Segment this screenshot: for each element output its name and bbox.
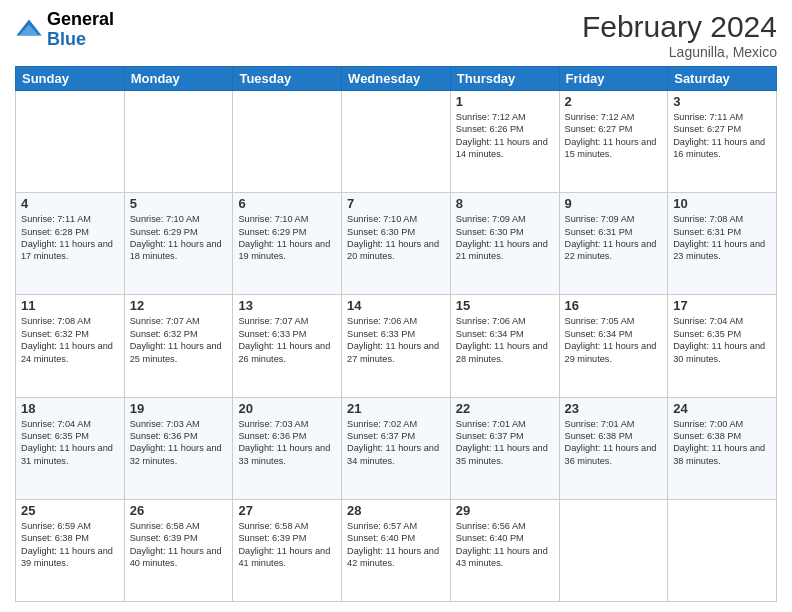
day-info: Sunrise: 7:10 AM Sunset: 6:29 PM Dayligh…: [130, 213, 228, 263]
day-info: Sunrise: 6:57 AM Sunset: 6:40 PM Dayligh…: [347, 520, 445, 570]
calendar-cell: [668, 499, 777, 601]
calendar-cell: 7Sunrise: 7:10 AM Sunset: 6:30 PM Daylig…: [342, 193, 451, 295]
col-monday: Monday: [124, 67, 233, 91]
day-info: Sunrise: 6:56 AM Sunset: 6:40 PM Dayligh…: [456, 520, 554, 570]
col-wednesday: Wednesday: [342, 67, 451, 91]
calendar-cell: 25Sunrise: 6:59 AM Sunset: 6:38 PM Dayli…: [16, 499, 125, 601]
day-number: 28: [347, 503, 445, 518]
day-info: Sunrise: 7:12 AM Sunset: 6:27 PM Dayligh…: [565, 111, 663, 161]
calendar-cell: 16Sunrise: 7:05 AM Sunset: 6:34 PM Dayli…: [559, 295, 668, 397]
calendar-cell: 1Sunrise: 7:12 AM Sunset: 6:26 PM Daylig…: [450, 91, 559, 193]
day-info: Sunrise: 7:02 AM Sunset: 6:37 PM Dayligh…: [347, 418, 445, 468]
calendar-week-3: 11Sunrise: 7:08 AM Sunset: 6:32 PM Dayli…: [16, 295, 777, 397]
logo-icon: [15, 16, 43, 44]
day-number: 26: [130, 503, 228, 518]
day-number: 19: [130, 401, 228, 416]
day-number: 2: [565, 94, 663, 109]
day-info: Sunrise: 7:04 AM Sunset: 6:35 PM Dayligh…: [673, 315, 771, 365]
day-info: Sunrise: 7:01 AM Sunset: 6:37 PM Dayligh…: [456, 418, 554, 468]
calendar-cell: 28Sunrise: 6:57 AM Sunset: 6:40 PM Dayli…: [342, 499, 451, 601]
day-info: Sunrise: 7:08 AM Sunset: 6:32 PM Dayligh…: [21, 315, 119, 365]
title-block: February 2024 Lagunilla, Mexico: [582, 10, 777, 60]
day-info: Sunrise: 7:04 AM Sunset: 6:35 PM Dayligh…: [21, 418, 119, 468]
calendar-cell: 17Sunrise: 7:04 AM Sunset: 6:35 PM Dayli…: [668, 295, 777, 397]
day-info: Sunrise: 6:58 AM Sunset: 6:39 PM Dayligh…: [130, 520, 228, 570]
day-number: 11: [21, 298, 119, 313]
calendar-header-row: Sunday Monday Tuesday Wednesday Thursday…: [16, 67, 777, 91]
calendar-cell: 14Sunrise: 7:06 AM Sunset: 6:33 PM Dayli…: [342, 295, 451, 397]
calendar-cell: 4Sunrise: 7:11 AM Sunset: 6:28 PM Daylig…: [16, 193, 125, 295]
calendar-cell: 21Sunrise: 7:02 AM Sunset: 6:37 PM Dayli…: [342, 397, 451, 499]
day-number: 5: [130, 196, 228, 211]
day-info: Sunrise: 7:00 AM Sunset: 6:38 PM Dayligh…: [673, 418, 771, 468]
calendar-cell: 10Sunrise: 7:08 AM Sunset: 6:31 PM Dayli…: [668, 193, 777, 295]
day-number: 1: [456, 94, 554, 109]
day-number: 23: [565, 401, 663, 416]
calendar-cell: 29Sunrise: 6:56 AM Sunset: 6:40 PM Dayli…: [450, 499, 559, 601]
day-info: Sunrise: 7:08 AM Sunset: 6:31 PM Dayligh…: [673, 213, 771, 263]
location: Lagunilla, Mexico: [582, 44, 777, 60]
calendar-week-2: 4Sunrise: 7:11 AM Sunset: 6:28 PM Daylig…: [16, 193, 777, 295]
day-info: Sunrise: 7:12 AM Sunset: 6:26 PM Dayligh…: [456, 111, 554, 161]
day-number: 9: [565, 196, 663, 211]
day-number: 14: [347, 298, 445, 313]
calendar-cell: 6Sunrise: 7:10 AM Sunset: 6:29 PM Daylig…: [233, 193, 342, 295]
calendar-cell: 19Sunrise: 7:03 AM Sunset: 6:36 PM Dayli…: [124, 397, 233, 499]
calendar-cell: [124, 91, 233, 193]
day-info: Sunrise: 7:07 AM Sunset: 6:33 PM Dayligh…: [238, 315, 336, 365]
day-info: Sunrise: 6:58 AM Sunset: 6:39 PM Dayligh…: [238, 520, 336, 570]
calendar-cell: 26Sunrise: 6:58 AM Sunset: 6:39 PM Dayli…: [124, 499, 233, 601]
calendar-cell: 13Sunrise: 7:07 AM Sunset: 6:33 PM Dayli…: [233, 295, 342, 397]
day-number: 10: [673, 196, 771, 211]
day-number: 6: [238, 196, 336, 211]
calendar-cell: 5Sunrise: 7:10 AM Sunset: 6:29 PM Daylig…: [124, 193, 233, 295]
calendar-cell: 27Sunrise: 6:58 AM Sunset: 6:39 PM Dayli…: [233, 499, 342, 601]
logo-text: General Blue: [47, 10, 114, 50]
day-number: 21: [347, 401, 445, 416]
day-info: Sunrise: 7:09 AM Sunset: 6:31 PM Dayligh…: [565, 213, 663, 263]
header: General Blue February 2024 Lagunilla, Me…: [15, 10, 777, 60]
day-info: Sunrise: 7:10 AM Sunset: 6:29 PM Dayligh…: [238, 213, 336, 263]
day-number: 29: [456, 503, 554, 518]
day-number: 4: [21, 196, 119, 211]
day-number: 13: [238, 298, 336, 313]
calendar-cell: [342, 91, 451, 193]
month-title: February 2024: [582, 10, 777, 44]
calendar-cell: 20Sunrise: 7:03 AM Sunset: 6:36 PM Dayli…: [233, 397, 342, 499]
day-info: Sunrise: 7:06 AM Sunset: 6:33 PM Dayligh…: [347, 315, 445, 365]
calendar-week-5: 25Sunrise: 6:59 AM Sunset: 6:38 PM Dayli…: [16, 499, 777, 601]
day-info: Sunrise: 7:06 AM Sunset: 6:34 PM Dayligh…: [456, 315, 554, 365]
col-saturday: Saturday: [668, 67, 777, 91]
day-info: Sunrise: 7:11 AM Sunset: 6:27 PM Dayligh…: [673, 111, 771, 161]
col-thursday: Thursday: [450, 67, 559, 91]
day-number: 25: [21, 503, 119, 518]
calendar-week-4: 18Sunrise: 7:04 AM Sunset: 6:35 PM Dayli…: [16, 397, 777, 499]
calendar-cell: 3Sunrise: 7:11 AM Sunset: 6:27 PM Daylig…: [668, 91, 777, 193]
day-number: 17: [673, 298, 771, 313]
day-number: 16: [565, 298, 663, 313]
day-info: Sunrise: 7:03 AM Sunset: 6:36 PM Dayligh…: [130, 418, 228, 468]
day-info: Sunrise: 7:11 AM Sunset: 6:28 PM Dayligh…: [21, 213, 119, 263]
day-info: Sunrise: 6:59 AM Sunset: 6:38 PM Dayligh…: [21, 520, 119, 570]
day-number: 15: [456, 298, 554, 313]
day-number: 7: [347, 196, 445, 211]
calendar-cell: [233, 91, 342, 193]
logo: General Blue: [15, 10, 114, 50]
calendar-cell: 9Sunrise: 7:09 AM Sunset: 6:31 PM Daylig…: [559, 193, 668, 295]
calendar-cell: 15Sunrise: 7:06 AM Sunset: 6:34 PM Dayli…: [450, 295, 559, 397]
calendar-cell: 22Sunrise: 7:01 AM Sunset: 6:37 PM Dayli…: [450, 397, 559, 499]
page: General Blue February 2024 Lagunilla, Me…: [0, 0, 792, 612]
calendar-cell: 18Sunrise: 7:04 AM Sunset: 6:35 PM Dayli…: [16, 397, 125, 499]
calendar-cell: 12Sunrise: 7:07 AM Sunset: 6:32 PM Dayli…: [124, 295, 233, 397]
calendar-cell: 24Sunrise: 7:00 AM Sunset: 6:38 PM Dayli…: [668, 397, 777, 499]
calendar-cell: 11Sunrise: 7:08 AM Sunset: 6:32 PM Dayli…: [16, 295, 125, 397]
day-number: 24: [673, 401, 771, 416]
logo-general: General: [47, 10, 114, 30]
calendar-cell: 8Sunrise: 7:09 AM Sunset: 6:30 PM Daylig…: [450, 193, 559, 295]
day-info: Sunrise: 7:07 AM Sunset: 6:32 PM Dayligh…: [130, 315, 228, 365]
calendar-week-1: 1Sunrise: 7:12 AM Sunset: 6:26 PM Daylig…: [16, 91, 777, 193]
day-number: 8: [456, 196, 554, 211]
day-info: Sunrise: 7:10 AM Sunset: 6:30 PM Dayligh…: [347, 213, 445, 263]
day-info: Sunrise: 7:09 AM Sunset: 6:30 PM Dayligh…: [456, 213, 554, 263]
day-number: 3: [673, 94, 771, 109]
